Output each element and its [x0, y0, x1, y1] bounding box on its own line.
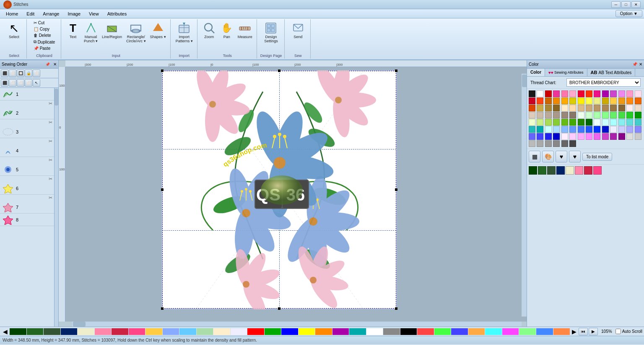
canvas-scrollbar-v[interactable] [522, 74, 527, 317]
bottom-color-18[interactable] [315, 328, 332, 335]
bottom-color-4[interactable] [78, 328, 94, 335]
title-bar-buttons[interactable]: ─ □ ✕ [611, 1, 641, 8]
panel-close-icon[interactable]: ✕ [53, 62, 57, 67]
send-button[interactable]: Send [290, 20, 306, 40]
color-swatch-51[interactable] [602, 112, 609, 118]
panel-tool-6[interactable]: ⬛ [1, 79, 8, 87]
bottom-color-14[interactable] [247, 328, 264, 335]
menu-home[interactable]: Home [2, 10, 22, 17]
bottom-bar-nav-left[interactable]: ◀ [2, 328, 9, 335]
sewing-item-7[interactable]: 7 [0, 201, 54, 214]
panel-tool-10[interactable]: ↖ [33, 79, 40, 87]
color-swatch-14[interactable] [529, 98, 535, 104]
maximize-button[interactable]: □ [621, 1, 631, 8]
color-swatch-86[interactable] [545, 133, 552, 140]
color-swatch-12[interactable] [626, 90, 633, 97]
thread-chart-select[interactable]: BROTHER EMBROIDERY [566, 78, 641, 87]
bottom-color-25[interactable] [434, 328, 451, 335]
recent-color-7[interactable] [593, 166, 602, 175]
color-swatch-38[interactable] [610, 105, 617, 111]
bottom-color-19[interactable] [332, 328, 349, 335]
color-swatch-80[interactable] [610, 126, 617, 133]
color-swatch-15[interactable] [537, 98, 543, 104]
to-list-mode-button[interactable]: To list mode [582, 153, 612, 161]
panel-tool-9[interactable]: ⬜ [25, 79, 32, 87]
sewing-item-5[interactable]: 5 [0, 163, 54, 176]
sewing-item-2[interactable]: 2 [0, 107, 54, 119]
duplicate-button[interactable]: ⧉ Duplicate [32, 39, 57, 45]
color-swatch-31[interactable] [553, 105, 560, 111]
color-swatch-95[interactable] [618, 133, 625, 140]
color-swatch-102[interactable] [561, 140, 568, 147]
color-swatch-11[interactable] [618, 90, 625, 97]
color-swatch-45[interactable] [553, 112, 560, 118]
bottom-color-16[interactable] [281, 328, 298, 335]
bottom-color-29[interactable] [502, 328, 519, 335]
copy-button[interactable]: 📋 Copy [32, 26, 51, 32]
color-swatch-43[interactable] [537, 112, 543, 118]
color-swatch-23[interactable] [602, 98, 609, 104]
delete-button[interactable]: 🗑 Delete [32, 33, 52, 38]
bottom-color-22[interactable] [383, 328, 400, 335]
color-swatch-70[interactable] [529, 126, 535, 133]
color-swatch-7[interactable] [586, 90, 592, 97]
panel-tool-7[interactable]: ⬜ [9, 79, 16, 87]
menu-edit[interactable]: Edit [22, 10, 39, 17]
sewing-item-4[interactable]: 4 [0, 144, 54, 157]
color-swatch-36[interactable] [594, 105, 600, 111]
color-swatch-103[interactable] [569, 140, 576, 147]
color-swatch-5[interactable] [569, 90, 576, 97]
canvas-viewport[interactable]: QS 36 qs36shop.com [65, 67, 527, 322]
sewing-item-8[interactable]: 8 [0, 214, 54, 226]
color-swatch-42[interactable] [529, 112, 535, 118]
color-swatch-44[interactable] [545, 112, 552, 118]
bottom-color-17[interactable] [299, 328, 315, 335]
color-swatch-2[interactable] [545, 90, 552, 97]
bottom-color-21[interactable] [366, 328, 383, 335]
color-swatch-33[interactable] [569, 105, 576, 111]
color-panel-close[interactable]: ✕ [639, 62, 642, 67]
play-back-button[interactable]: ⏮ [579, 328, 588, 335]
bottom-color-15[interactable] [265, 328, 281, 335]
color-swatch-92[interactable] [594, 133, 600, 140]
color-swatch-55[interactable] [635, 112, 641, 118]
color-swatch-9[interactable] [602, 90, 609, 97]
auto-scroll-checkbox[interactable] [615, 329, 621, 334]
color-tab-color[interactable]: Color [527, 69, 545, 76]
color-swatch-78[interactable] [594, 126, 600, 133]
color-swatch-69[interactable] [635, 119, 641, 126]
color-swatch-87[interactable] [553, 133, 560, 140]
bottom-color-9[interactable] [163, 328, 179, 335]
color-swatch-37[interactable] [602, 105, 609, 111]
color-swatch-8[interactable] [594, 90, 600, 97]
option-button[interactable]: Option ▼ [615, 10, 642, 17]
color-swatch-56[interactable] [529, 119, 535, 126]
canvas-area[interactable]: |300 |200 |100 |0 |100 |200 |300 100 0 1… [59, 60, 527, 327]
pan-button[interactable]: ✋ Pan [218, 20, 235, 40]
color-swatch-81[interactable] [618, 126, 625, 133]
design-settings-button[interactable]: DesignSettings [262, 20, 280, 44]
bottom-color-26[interactable] [451, 328, 468, 335]
color-tab-text[interactable]: AB AB Text Attributes [587, 69, 636, 76]
bottom-color-13[interactable] [231, 328, 247, 335]
recent-color-3[interactable] [556, 166, 565, 175]
panel-tool-3[interactable]: 🔲 [17, 70, 24, 77]
panel-tool-5[interactable]: ⬜ [33, 70, 40, 77]
bottom-color-12[interactable] [213, 328, 230, 335]
color-swatch-79[interactable] [602, 126, 609, 133]
recent-color-2[interactable] [547, 166, 556, 175]
color-swatch-101[interactable] [553, 140, 560, 147]
text-button[interactable]: T Text [65, 20, 81, 40]
color-swatch-76[interactable] [578, 126, 584, 133]
color-tab-sewing[interactable]: ♥♥ Sewing Attributes [545, 69, 587, 76]
color-grid-view-button[interactable]: ▦ [529, 151, 540, 162]
color-swatch-16[interactable] [545, 98, 552, 104]
sewing-item-6[interactable]: 6 [0, 182, 54, 195]
bottom-color-27[interactable] [468, 328, 485, 335]
color-swatch-1[interactable] [537, 90, 543, 97]
color-swatch-32[interactable] [561, 105, 568, 111]
select-button[interactable]: ↖ Select [6, 20, 23, 40]
color-panel-pin[interactable]: 📌 [632, 62, 637, 67]
color-swatch-61[interactable] [569, 119, 576, 126]
bottom-color-5[interactable] [95, 328, 112, 335]
